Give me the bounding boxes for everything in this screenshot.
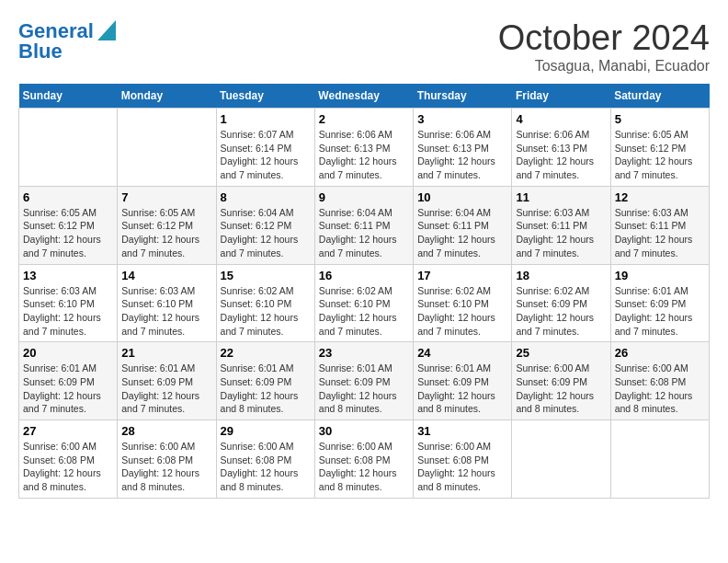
calendar-cell: 7Sunrise: 6:05 AMSunset: 6:12 PMDaylight… (118, 186, 216, 264)
calendar-header-tuesday: Tuesday (216, 84, 314, 109)
calendar-cell: 25Sunrise: 6:00 AMSunset: 6:09 PMDayligh… (512, 342, 610, 420)
calendar-cell: 13Sunrise: 6:03 AMSunset: 6:10 PMDayligh… (19, 264, 118, 342)
day-number: 2 (319, 112, 409, 126)
calendar-cell: 9Sunrise: 6:04 AMSunset: 6:11 PMDaylight… (314, 186, 413, 264)
calendar-cell: 10Sunrise: 6:04 AMSunset: 6:11 PMDayligh… (414, 186, 512, 264)
calendar-header-monday: Monday (118, 84, 216, 109)
day-info: Sunrise: 6:07 AMSunset: 6:14 PMDaylight:… (221, 128, 311, 182)
day-info: Sunrise: 6:02 AMSunset: 6:10 PMDaylight:… (221, 284, 311, 339)
calendar-header-thursday: Thursday (414, 84, 512, 109)
calendar-week-4: 20Sunrise: 6:01 AMSunset: 6:09 PMDayligh… (19, 342, 710, 420)
day-number: 6 (23, 190, 113, 204)
day-number: 28 (121, 424, 211, 438)
title-block: October 2024 Tosagua, Manabi, Ecuador (498, 18, 710, 75)
calendar-cell: 1Sunrise: 6:07 AMSunset: 6:14 PMDaylight… (216, 109, 314, 187)
day-number: 16 (319, 269, 409, 282)
logo: General Blue (18, 18, 116, 63)
day-number: 12 (615, 190, 705, 204)
day-number: 30 (319, 424, 409, 438)
day-number: 25 (516, 346, 606, 360)
calendar-header-friday: Friday (512, 84, 610, 109)
calendar-cell: 21Sunrise: 6:01 AMSunset: 6:09 PMDayligh… (118, 342, 216, 420)
calendar-week-1: 1Sunrise: 6:07 AMSunset: 6:14 PMDaylight… (19, 109, 710, 187)
day-number: 3 (417, 112, 507, 126)
calendar-cell: 4Sunrise: 6:06 AMSunset: 6:13 PMDaylight… (512, 109, 610, 187)
day-info: Sunrise: 6:01 AMSunset: 6:09 PMDaylight:… (121, 362, 211, 416)
day-info: Sunrise: 6:00 AMSunset: 6:09 PMDaylight:… (516, 362, 606, 416)
day-info: Sunrise: 6:03 AMSunset: 6:11 PMDaylight:… (516, 206, 606, 260)
calendar-cell: 24Sunrise: 6:01 AMSunset: 6:09 PMDayligh… (414, 342, 512, 420)
day-number: 24 (417, 346, 507, 360)
day-info: Sunrise: 6:02 AMSunset: 6:10 PMDaylight:… (319, 284, 409, 339)
day-info: Sunrise: 6:02 AMSunset: 6:10 PMDaylight:… (417, 284, 507, 339)
calendar-cell: 22Sunrise: 6:01 AMSunset: 6:09 PMDayligh… (216, 342, 314, 420)
day-info: Sunrise: 6:05 AMSunset: 6:12 PMDaylight:… (23, 206, 113, 260)
day-number: 14 (121, 269, 211, 282)
day-info: Sunrise: 6:01 AMSunset: 6:09 PMDaylight:… (615, 284, 705, 339)
calendar-cell (610, 420, 709, 499)
day-info: Sunrise: 6:01 AMSunset: 6:09 PMDaylight:… (221, 362, 311, 416)
day-info: Sunrise: 6:03 AMSunset: 6:11 PMDaylight:… (615, 206, 705, 260)
day-info: Sunrise: 6:06 AMSunset: 6:13 PMDaylight:… (516, 128, 606, 182)
calendar-cell: 20Sunrise: 6:01 AMSunset: 6:09 PMDayligh… (19, 342, 118, 420)
day-info: Sunrise: 6:03 AMSunset: 6:10 PMDaylight:… (121, 284, 211, 339)
day-number: 26 (615, 346, 705, 360)
calendar-cell: 30Sunrise: 6:00 AMSunset: 6:08 PMDayligh… (314, 420, 413, 499)
day-number: 4 (516, 112, 606, 126)
calendar-cell: 28Sunrise: 6:00 AMSunset: 6:08 PMDayligh… (118, 420, 216, 499)
calendar-cell: 18Sunrise: 6:02 AMSunset: 6:09 PMDayligh… (512, 264, 610, 342)
calendar-cell: 27Sunrise: 6:00 AMSunset: 6:08 PMDayligh… (19, 420, 118, 499)
day-number: 17 (417, 269, 507, 282)
calendar-cell: 17Sunrise: 6:02 AMSunset: 6:10 PMDayligh… (414, 264, 512, 342)
calendar-header-sunday: Sunday (19, 84, 118, 109)
day-info: Sunrise: 6:04 AMSunset: 6:12 PMDaylight:… (221, 206, 311, 260)
calendar-table: SundayMondayTuesdayWednesdayThursdayFrid… (18, 84, 710, 499)
calendar-header-saturday: Saturday (610, 84, 709, 109)
calendar-cell: 3Sunrise: 6:06 AMSunset: 6:13 PMDaylight… (414, 109, 512, 187)
day-number: 22 (221, 346, 311, 360)
calendar-cell: 23Sunrise: 6:01 AMSunset: 6:09 PMDayligh… (314, 342, 413, 420)
calendar-week-3: 13Sunrise: 6:03 AMSunset: 6:10 PMDayligh… (19, 264, 710, 342)
day-info: Sunrise: 6:00 AMSunset: 6:08 PMDaylight:… (23, 440, 113, 494)
day-number: 20 (23, 346, 113, 360)
month-title: October 2024 (498, 18, 710, 58)
day-number: 8 (221, 190, 311, 204)
day-number: 11 (516, 190, 606, 204)
day-info: Sunrise: 6:00 AMSunset: 6:08 PMDaylight:… (615, 362, 705, 416)
calendar-cell: 31Sunrise: 6:00 AMSunset: 6:08 PMDayligh… (414, 420, 512, 499)
page-header: General Blue October 2024 Tosagua, Manab… (18, 18, 710, 75)
day-info: Sunrise: 6:04 AMSunset: 6:11 PMDaylight:… (319, 206, 409, 260)
calendar-cell: 29Sunrise: 6:00 AMSunset: 6:08 PMDayligh… (216, 420, 314, 499)
logo-icon (97, 20, 116, 40)
calendar-cell (118, 109, 216, 187)
calendar-week-2: 6Sunrise: 6:05 AMSunset: 6:12 PMDaylight… (19, 186, 710, 264)
day-number: 18 (516, 269, 606, 282)
day-number: 27 (23, 424, 113, 438)
day-number: 21 (121, 346, 211, 360)
day-info: Sunrise: 6:01 AMSunset: 6:09 PMDaylight:… (417, 362, 507, 416)
day-number: 19 (615, 269, 705, 282)
day-number: 7 (121, 190, 211, 204)
day-info: Sunrise: 6:01 AMSunset: 6:09 PMDaylight:… (319, 362, 409, 416)
day-number: 10 (417, 190, 507, 204)
calendar-cell (512, 420, 610, 499)
day-number: 5 (615, 112, 705, 126)
day-info: Sunrise: 6:05 AMSunset: 6:12 PMDaylight:… (615, 128, 705, 182)
day-info: Sunrise: 6:03 AMSunset: 6:10 PMDaylight:… (23, 284, 113, 339)
day-number: 15 (221, 269, 311, 282)
calendar-cell: 6Sunrise: 6:05 AMSunset: 6:12 PMDaylight… (19, 186, 118, 264)
calendar-cell: 19Sunrise: 6:01 AMSunset: 6:09 PMDayligh… (610, 264, 709, 342)
day-info: Sunrise: 6:01 AMSunset: 6:09 PMDaylight:… (23, 362, 113, 416)
day-info: Sunrise: 6:05 AMSunset: 6:12 PMDaylight:… (121, 206, 211, 260)
day-info: Sunrise: 6:00 AMSunset: 6:08 PMDaylight:… (319, 440, 409, 494)
day-number: 31 (417, 424, 507, 438)
day-number: 9 (319, 190, 409, 204)
calendar-cell: 16Sunrise: 6:02 AMSunset: 6:10 PMDayligh… (314, 264, 413, 342)
day-number: 1 (221, 112, 311, 126)
calendar-cell: 14Sunrise: 6:03 AMSunset: 6:10 PMDayligh… (118, 264, 216, 342)
day-info: Sunrise: 6:06 AMSunset: 6:13 PMDaylight:… (417, 128, 507, 182)
calendar-cell: 8Sunrise: 6:04 AMSunset: 6:12 PMDaylight… (216, 186, 314, 264)
day-number: 29 (221, 424, 311, 438)
calendar-cell (19, 109, 118, 187)
day-number: 23 (319, 346, 409, 360)
